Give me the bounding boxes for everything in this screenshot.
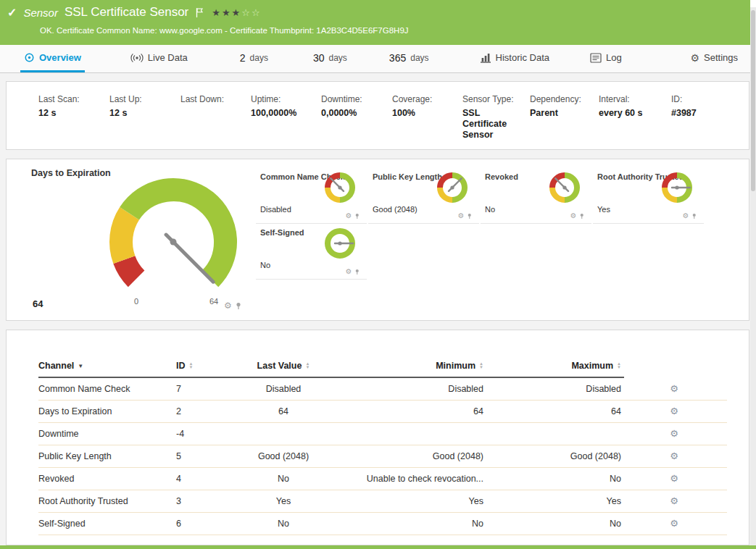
channel-maximum: No xyxy=(486,467,624,490)
gauge-card-root-authority-trusted: Root Authority Trusted Yes ⚙ xyxy=(593,168,704,224)
sensor-tab-bar: Overview Live Data 2 days 30 days 365 da… xyxy=(0,45,750,73)
info-label: Uptime: xyxy=(251,94,321,104)
column-header-actions xyxy=(624,361,727,377)
sort-desc-icon: ▼ xyxy=(78,363,83,369)
channel-settings-gear-icon[interactable]: ⚙ xyxy=(670,495,678,506)
column-header-id[interactable]: ID▲▼ xyxy=(176,361,227,377)
channel-settings-gear-icon[interactable]: ⚙ xyxy=(670,383,678,394)
gauge-card-title: Revoked xyxy=(485,172,518,181)
column-header-minimum[interactable]: Minimum▲▼ xyxy=(343,361,486,377)
gauge-card-actions: ⚙ xyxy=(683,212,697,219)
settings-gear-icon: ⚙ xyxy=(690,53,699,63)
tab-365-days[interactable]: 365 days xyxy=(386,45,433,72)
gauge-card-actions: ⚙ xyxy=(458,212,472,219)
channel-settings-gear-icon[interactable]: ⚙ xyxy=(670,406,678,416)
column-label: Channel xyxy=(38,361,74,371)
channel-name[interactable]: Days to Expiration xyxy=(38,400,176,422)
channel-settings-gear-icon[interactable]: ⚙ xyxy=(458,212,465,219)
tab-settings[interactable]: ⚙ Settings xyxy=(686,45,742,72)
channel-name[interactable]: Downtime xyxy=(38,422,176,445)
channel-name[interactable]: Revoked xyxy=(38,467,176,490)
gauge-card-revoked: Revoked No ⚙ xyxy=(481,168,591,224)
column-header-maximum[interactable]: Maximum▲▼ xyxy=(486,361,624,377)
sort-both-icon: ▲▼ xyxy=(479,362,483,369)
channel-id: 6 xyxy=(176,512,227,535)
primary-gauge-current-value: 64 xyxy=(33,298,43,309)
channel-last-value: Good (2048) xyxy=(227,445,343,467)
scrollbar-top-gap xyxy=(750,0,756,7)
info-last-scan: Last Scan: 12 s xyxy=(38,94,109,149)
info-label: Downtime: xyxy=(321,94,392,104)
channel-settings-gear-icon[interactable]: ⚙ xyxy=(570,212,577,219)
channel-settings-gear-icon[interactable]: ⚙ xyxy=(670,473,678,484)
pin-icon[interactable] xyxy=(692,213,697,219)
primary-channel-gauge xyxy=(94,172,253,306)
channel-settings-gear-icon[interactable]: ⚙ xyxy=(670,428,678,439)
channel-maximum: No xyxy=(486,512,624,535)
tab-historic-data[interactable]: Historic Data xyxy=(476,45,553,72)
channel-minimum: Disabled xyxy=(343,377,486,400)
primary-gauge-scale-max: 64 xyxy=(209,297,218,306)
channel-id: 3 xyxy=(176,490,227,512)
channel-id: 4 xyxy=(176,467,227,490)
footer-green-strip xyxy=(0,545,756,549)
historic-data-icon xyxy=(480,53,491,63)
small-gauge xyxy=(660,171,694,204)
channels-table-panel: Channel▼ ID▲▼ Last Value▲▼ Minimum▲▼ Max… xyxy=(6,330,749,545)
stars-filled: ★★★ xyxy=(212,7,241,18)
column-label: Last Value xyxy=(257,361,302,371)
channel-settings-gear-icon[interactable]: ⚙ xyxy=(224,301,232,310)
scrollbar-thumb[interactable] xyxy=(751,10,755,191)
flag-icon[interactable] xyxy=(195,7,204,18)
tab-overview[interactable]: Overview xyxy=(20,45,85,72)
channel-settings-gear-icon[interactable]: ⚙ xyxy=(670,518,678,529)
gauge-card-self-signed: Self-Signed No ⚙ xyxy=(256,224,367,280)
column-header-channel[interactable]: Channel▼ xyxy=(38,361,176,377)
channel-minimum: Yes xyxy=(343,490,486,512)
tab-30-days[interactable]: 30 days xyxy=(310,45,351,72)
small-gauge xyxy=(436,171,469,204)
small-gauge xyxy=(323,171,357,204)
pin-icon[interactable] xyxy=(355,213,360,219)
table-row: Root Authority Trusted 3 Yes Yes Yes ⚙ xyxy=(38,490,727,512)
priority-stars[interactable]: ★★★☆☆ xyxy=(212,7,261,18)
tab-2-days[interactable]: 2 days xyxy=(236,45,272,72)
pin-icon[interactable] xyxy=(468,213,472,219)
info-label: Last Up: xyxy=(109,94,180,104)
channel-maximum: Yes xyxy=(486,490,624,512)
pin-icon[interactable] xyxy=(355,269,360,275)
tab-2-days-unit: days xyxy=(250,53,268,63)
info-value: SSL Certificate Sensor xyxy=(462,108,510,141)
tab-log[interactable]: Log xyxy=(586,45,626,72)
small-gauge xyxy=(323,227,357,260)
info-label: Coverage: xyxy=(392,94,462,104)
info-downtime: Downtime: 0,0000% xyxy=(321,94,392,149)
channel-settings-gear-icon[interactable]: ⚙ xyxy=(346,212,352,219)
channel-name[interactable]: Root Authority Trusted xyxy=(38,490,176,512)
info-label: Interval: xyxy=(599,94,671,104)
channel-name[interactable]: Common Name Check xyxy=(38,377,176,400)
tab-settings-label: Settings xyxy=(704,52,738,63)
vertical-scrollbar[interactable] xyxy=(750,0,756,549)
ok-check-icon: ✓ xyxy=(7,6,17,20)
channel-id: -4 xyxy=(176,422,227,445)
info-sensor-type: Sensor Type: SSL Certificate Sensor xyxy=(462,94,530,149)
channel-name[interactable]: Self-Signed xyxy=(38,512,176,535)
pin-icon[interactable] xyxy=(236,302,241,310)
overview-icon xyxy=(24,52,35,63)
gauge-card-title: Self-Signed xyxy=(260,228,304,237)
column-header-last-value[interactable]: Last Value▲▼ xyxy=(227,361,343,377)
channel-settings-gear-icon[interactable]: ⚙ xyxy=(670,450,678,461)
channel-name[interactable]: Public Key Length xyxy=(38,445,176,467)
channel-settings-gear-icon[interactable]: ⚙ xyxy=(346,268,352,275)
tab-live-data[interactable]: Live Data xyxy=(127,45,191,72)
pin-icon[interactable] xyxy=(580,213,584,219)
info-last-down: Last Down: xyxy=(180,94,251,149)
info-value: Parent xyxy=(530,108,599,119)
gauge-card-value: Disabled xyxy=(260,205,291,214)
sensor-info-panel: Last Scan: 12 s Last Up: 12 s Last Down:… xyxy=(6,81,749,150)
channel-id: 5 xyxy=(176,445,227,467)
tab-overview-label: Overview xyxy=(39,52,81,63)
gauge-card-title: Public Key Length xyxy=(373,172,442,181)
channel-settings-gear-icon[interactable]: ⚙ xyxy=(683,212,689,219)
